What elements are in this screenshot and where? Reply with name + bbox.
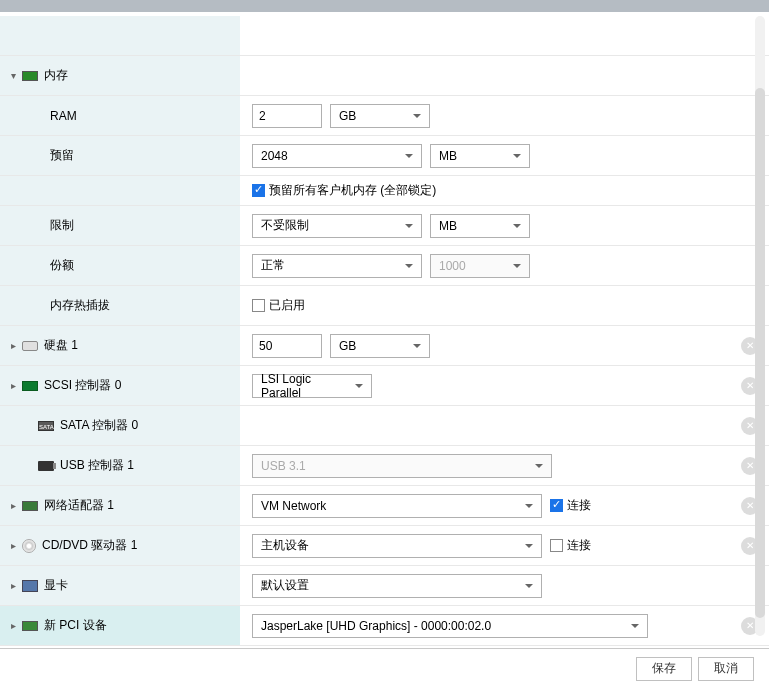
- row-video: 显卡 默认设置: [0, 566, 769, 606]
- shares-select[interactable]: 正常: [252, 254, 422, 278]
- row-reservation: 预留 2048 MB: [0, 136, 769, 176]
- cd-icon: [22, 539, 36, 553]
- memory-icon: [22, 71, 38, 81]
- new-pci-label: 新 PCI 设备: [44, 617, 107, 634]
- limit-label: 限制: [50, 217, 74, 234]
- cd1-select[interactable]: 主机设备: [252, 534, 542, 558]
- ram-input[interactable]: [252, 104, 322, 128]
- scsi0-type-select[interactable]: LSI Logic Parallel: [252, 374, 372, 398]
- limit-unit-select[interactable]: MB: [430, 214, 530, 238]
- disk1-label: 硬盘 1: [44, 337, 78, 354]
- dialog-footer: 保存 取消: [0, 648, 769, 688]
- disk1-unit-select[interactable]: GB: [330, 334, 430, 358]
- row-cpu-remnant: [0, 16, 769, 56]
- row-sata0: SATA SATA 控制器 0: [0, 406, 769, 446]
- expand-scsi0[interactable]: [8, 381, 18, 391]
- row-usb1: USB 控制器 1 USB 3.1: [0, 446, 769, 486]
- cd1-connect-checkbox[interactable]: [550, 539, 563, 552]
- pci-icon: [22, 621, 38, 631]
- video-label: 显卡: [44, 577, 68, 594]
- net1-connect-label: 连接: [567, 497, 591, 514]
- ctrl-cpu-remnant: [240, 16, 769, 55]
- usb1-label: USB 控制器 1: [60, 457, 134, 474]
- net1-label: 网络适配器 1: [44, 497, 114, 514]
- scrollbar-thumb[interactable]: [755, 88, 765, 618]
- row-limit: 限制 不受限制 MB: [0, 206, 769, 246]
- shares-label: 份额: [50, 257, 74, 274]
- reserve-all-label: 预留所有客户机内存 (全部锁定): [269, 182, 436, 199]
- expand-net1[interactable]: [8, 501, 18, 511]
- expand-memory[interactable]: [8, 71, 18, 81]
- expand-disk1[interactable]: [8, 341, 18, 351]
- reserve-all-checkbox[interactable]: [252, 184, 265, 197]
- usb1-type-select: USB 3.1: [252, 454, 552, 478]
- scrollbar-track[interactable]: [755, 16, 765, 636]
- expand-new-pci[interactable]: [8, 621, 18, 631]
- net1-select[interactable]: VM Network: [252, 494, 542, 518]
- disk-icon: [22, 341, 38, 351]
- reservation-select[interactable]: 2048: [252, 144, 422, 168]
- hotplug-label: 内存热插拔: [50, 297, 110, 314]
- net1-connect-checkbox[interactable]: [550, 499, 563, 512]
- row-memory-header: 内存: [0, 56, 769, 96]
- hotplug-enabled-label: 已启用: [269, 297, 305, 314]
- sata-icon: SATA: [38, 421, 54, 431]
- shares-count-select: 1000: [430, 254, 530, 278]
- ram-unit-select[interactable]: GB: [330, 104, 430, 128]
- row-new-pci: 新 PCI 设备 JasperLake [UHD Graphics] - 000…: [0, 606, 769, 646]
- label-cpu-empty: [0, 16, 240, 55]
- expand-cd1[interactable]: [8, 541, 18, 551]
- reservation-label: 预留: [50, 147, 74, 164]
- settings-panel: 内存 RAM GB 预留 2048 MB 预留所有客户机内存 (全部锁定) 限制…: [0, 12, 769, 648]
- video-select[interactable]: 默认设置: [252, 574, 542, 598]
- disk1-size-input[interactable]: [252, 334, 322, 358]
- scsi0-label: SCSI 控制器 0: [44, 377, 121, 394]
- row-shares: 份额 正常 1000: [0, 246, 769, 286]
- row-scsi0: SCSI 控制器 0 LSI Logic Parallel: [0, 366, 769, 406]
- row-cd1: CD/DVD 驱动器 1 主机设备 连接: [0, 526, 769, 566]
- hotplug-checkbox[interactable]: [252, 299, 265, 312]
- row-net1: 网络适配器 1 VM Network 连接: [0, 486, 769, 526]
- ram-label: RAM: [50, 109, 77, 123]
- reservation-unit-select[interactable]: MB: [430, 144, 530, 168]
- cancel-button[interactable]: 取消: [698, 657, 754, 681]
- titlebar: [0, 0, 769, 12]
- save-button[interactable]: 保存: [636, 657, 692, 681]
- cd1-connect-label: 连接: [567, 537, 591, 554]
- gpu-icon: [22, 580, 38, 592]
- network-icon: [22, 501, 38, 511]
- expand-video[interactable]: [8, 581, 18, 591]
- row-reservation-lock: 预留所有客户机内存 (全部锁定): [0, 176, 769, 206]
- scsi-icon: [22, 381, 38, 391]
- row-disk1: 硬盘 1 GB: [0, 326, 769, 366]
- row-ram: RAM GB: [0, 96, 769, 136]
- sata0-label: SATA 控制器 0: [60, 417, 138, 434]
- usb-icon: [38, 461, 54, 471]
- cd1-label: CD/DVD 驱动器 1: [42, 537, 137, 554]
- limit-select[interactable]: 不受限制: [252, 214, 422, 238]
- row-hotplug: 内存热插拔 已启用: [0, 286, 769, 326]
- memory-label: 内存: [44, 67, 68, 84]
- new-pci-select[interactable]: JasperLake [UHD Graphics] - 0000:00:02.0: [252, 614, 648, 638]
